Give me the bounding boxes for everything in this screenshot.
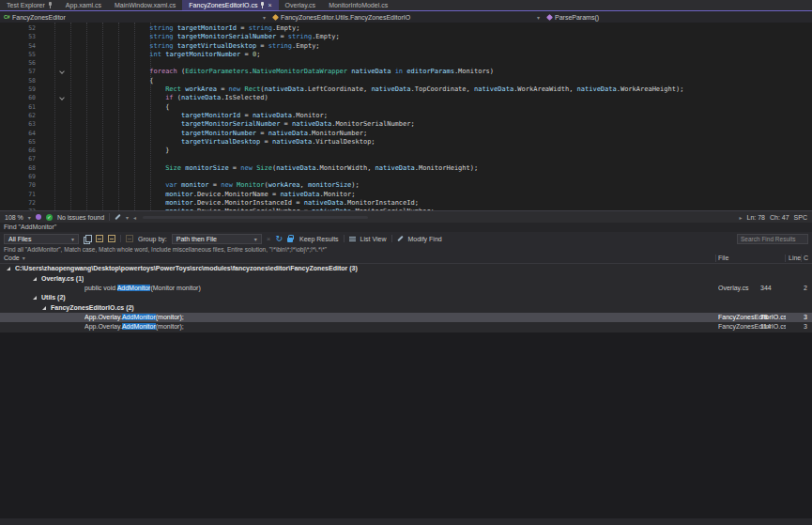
list-view-icon[interactable] (349, 236, 356, 242)
column-header-col[interactable]: C (804, 255, 812, 261)
health-status[interactable]: No issues found (57, 214, 104, 221)
find-results-title: Find "AddMonitor" (0, 223, 812, 232)
search-find-results-input[interactable] (737, 234, 808, 244)
fold-chevron-icon[interactable] (60, 96, 64, 100)
result-match-row[interactable]: App.Overlay.AddMonitor(monitor);FancyZon… (0, 322, 812, 332)
collapse-all-icon[interactable] (108, 235, 115, 242)
chevron-down-icon[interactable]: ▾ (126, 214, 129, 221)
match-text: App.Overlay.AddMonitor(monitor); (84, 322, 184, 332)
expand-all-icon[interactable] (96, 235, 103, 242)
group-by-dropdown[interactable]: Path then File ▾ (172, 234, 262, 244)
code-text: targetMonitorNumber = nativeData.Monitor… (70, 130, 367, 138)
code-line-58[interactable]: 58 { (0, 77, 812, 85)
tab-label: FancyZonesEditorIO.cs (189, 2, 257, 8)
tab-overlay-cs[interactable]: Overlay.cs (279, 0, 323, 10)
code-editor[interactable]: 52 string targetMonitorId = string.Empty… (0, 23, 812, 210)
pencil-icon[interactable] (397, 236, 403, 241)
code-line-61[interactable]: 61 { (0, 103, 812, 112)
line-number: 57 (0, 68, 36, 76)
code-line-63[interactable]: 63 targetMonitorSerialNumber = nativeDat… (0, 120, 812, 129)
code-filter-dropdown[interactable]: Code ▾ (4, 255, 25, 261)
code-text: monitor.Device.MonitorSerialNumber = nat… (70, 208, 435, 210)
line-number: 65 (0, 138, 36, 147)
code-line-52[interactable]: 52 string targetMonitorId = string.Empty… (0, 24, 812, 33)
expander-icon[interactable] (7, 267, 10, 270)
match-text: public void AddMonitor(Monitor monitor) (84, 284, 201, 293)
pin-icon[interactable] (260, 2, 265, 8)
result-group-row[interactable]: Utils (2) (0, 293, 812, 302)
code-line-70[interactable]: 70 var monitor = new Monitor(workArea, m… (0, 181, 812, 190)
line-number: 60 (0, 94, 36, 102)
modify-find-button[interactable]: Modify Find (408, 236, 442, 242)
code-line-65[interactable]: 65 targetVirtualDesktop = nativeData.Vir… (0, 138, 812, 147)
code-line-57[interactable]: 57 foreach (EditorParameters.NativeMonit… (0, 68, 812, 76)
scrollbar-thumb[interactable] (143, 216, 368, 219)
vs-window: Test ExplorerApp.xaml.csMainWindow.xaml.… (0, 0, 812, 525)
keep-results-button[interactable]: Keep Results (299, 236, 339, 242)
code-line-55[interactable]: 55 int targetMonitorNumber = 0; (0, 51, 812, 59)
tab-label: Test Explorer (7, 2, 45, 8)
project-dropdown[interactable]: C# FancyZonesEditor ▾ (0, 11, 269, 23)
tab-app-xaml-cs[interactable]: App.xaml.cs (59, 0, 108, 10)
code-line-56[interactable]: 56 (0, 59, 812, 68)
clear-results-icon[interactable] (126, 235, 133, 242)
code-line-60[interactable]: 60 if (nativeData.IsSelected) (0, 94, 812, 102)
horizontal-scrollbar[interactable] (141, 213, 734, 222)
code-line-64[interactable]: 64 targetMonitorNumber = nativeData.Moni… (0, 130, 812, 138)
code-line-67[interactable]: 67 (0, 155, 812, 163)
result-col: 3 (804, 313, 812, 322)
code-line-59[interactable]: 59 Rect workArea = new Rect(nativeData.L… (0, 85, 812, 94)
code-line-71[interactable]: 71 monitor.Device.MonitorName = nativeDa… (0, 191, 812, 199)
result-group-row[interactable]: C:\Users\zhaopengwang\Desktop\powertoys\… (0, 264, 812, 273)
stop-icon[interactable]: × (267, 235, 271, 243)
code-line-53[interactable]: 53 string targetMonitorSerialNumber = st… (0, 33, 812, 41)
expander-icon[interactable] (42, 306, 46, 310)
code-line-66[interactable]: 66 } (0, 147, 812, 155)
zoom-level[interactable]: 108 % (5, 214, 23, 221)
tab-test-explorer[interactable]: Test Explorer (0, 0, 59, 10)
method-icon (546, 13, 553, 20)
line-number: 73 (0, 208, 36, 210)
column-separator (785, 255, 786, 262)
column-header-file[interactable]: File (718, 255, 728, 261)
health-check-icon[interactable]: ✓ (46, 214, 53, 221)
code-line-62[interactable]: 62 targetMonitorId = nativeData.Monitor; (0, 112, 812, 120)
code-line-72[interactable]: 72 monitor.Device.MonitorInstanceId = na… (0, 199, 812, 208)
result-match-row[interactable]: App.Overlay.AddMonitor(monitor);FancyZon… (0, 313, 812, 322)
lock-icon[interactable] (287, 235, 295, 243)
type-dropdown[interactable]: FancyZonesEditor.Utils.FancyZonesEditorI… (269, 11, 544, 23)
pin-icon[interactable] (48, 2, 53, 8)
list-view-button[interactable]: List View (360, 236, 387, 242)
code-text: } (70, 147, 169, 155)
close-icon[interactable]: × (268, 2, 271, 8)
scroll-left-icon[interactable]: ◂ (133, 214, 136, 221)
result-group-row[interactable]: Overlay.cs (1) (0, 274, 812, 284)
project-name: FancyZonesEditor (12, 14, 66, 21)
expander-icon[interactable] (33, 296, 37, 300)
refresh-icon[interactable]: ↻ (275, 235, 283, 243)
tab-monitorinfomodel-cs[interactable]: MonitorInfoModel.cs (322, 0, 394, 10)
result-match-row[interactable]: public void AddMonitor(Monitor monitor)O… (0, 284, 812, 293)
scroll-right-icon[interactable]: ▸ (739, 214, 742, 221)
expander-icon[interactable] (33, 277, 37, 281)
panel-empty-area (0, 332, 812, 518)
line-number: 54 (0, 42, 36, 51)
code-line-69[interactable]: 69 (0, 173, 812, 181)
column-header-line[interactable]: Line (789, 255, 801, 261)
chevron-down-icon[interactable]: ▾ (28, 214, 31, 221)
copy-icon[interactable] (84, 235, 91, 243)
edit-mode-icon[interactable] (115, 214, 120, 220)
fold-chevron-icon[interactable] (60, 69, 64, 73)
member-dropdown[interactable]: ParseParams() (544, 11, 812, 23)
line-number: 53 (0, 33, 36, 41)
tracking-icon[interactable] (36, 214, 41, 220)
result-group-row[interactable]: FancyZonesEditorIO.cs (2) (0, 303, 812, 313)
scope-dropdown[interactable]: All Files ▾ (4, 234, 79, 244)
match-highlight: AddMonitor (117, 285, 151, 291)
code-text: targetMonitorSerialNumber = nativeData.M… (70, 120, 415, 129)
tab-fancyzoneseditorio-cs[interactable]: FancyZonesEditorIO.cs× (182, 0, 278, 10)
code-line-54[interactable]: 54 string targetVirtualDesktop = string.… (0, 42, 812, 51)
code-line-68[interactable]: 68 Size monitorSize = new Size(nativeDat… (0, 164, 812, 173)
tab-mainwindow-xaml-cs[interactable]: MainWindow.xaml.cs (108, 0, 182, 10)
code-line-73[interactable]: 73 monitor.Device.MonitorSerialNumber = … (0, 208, 812, 210)
